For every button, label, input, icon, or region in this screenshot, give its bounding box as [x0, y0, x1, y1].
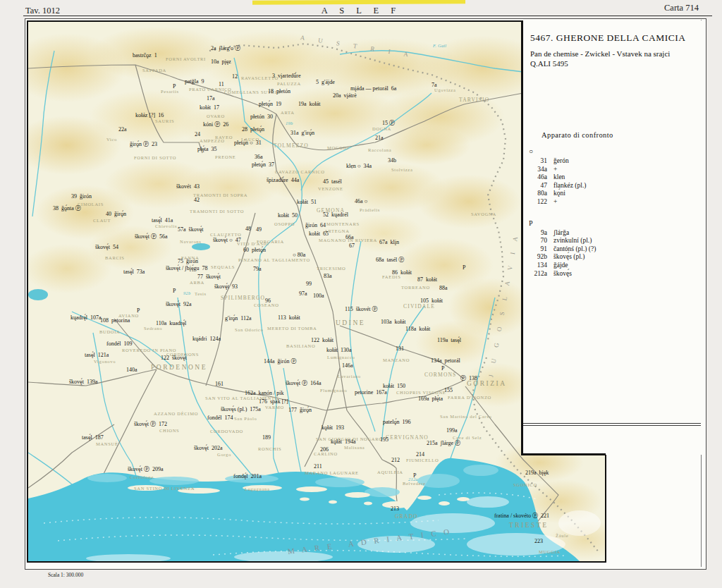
map-point-label: 189 — [262, 434, 271, 441]
map-point-label: škovę́t Ⓟ 56a — [135, 233, 167, 240]
map-point-label: 57a škovę́t — [178, 226, 203, 233]
map-point-label: P — [137, 307, 140, 314]
header-rule — [23, 16, 712, 16]
map-point-label: g'irǫ́n 112a — [225, 315, 252, 321]
apparato-item-number: 212a — [530, 270, 547, 278]
map-point-label: fondél 109 — [106, 341, 132, 347]
town-label: SPILIMBERGO — [221, 295, 265, 301]
apparato-item-number: 92b — [530, 253, 547, 262]
town-label: FORGARIA — [257, 239, 284, 244]
map-point-label: škovét 43 — [176, 183, 200, 190]
map-point-label: Ⓟ 138 — [460, 374, 477, 382]
scan-highlight-mark — [252, 0, 465, 5]
apparato-item: 212aškovę́s — [530, 270, 697, 278]
map-point-label: 206 — [320, 446, 329, 453]
map-point-label: 177 ǧirǫ́n — [288, 407, 312, 413]
carta-number: Carta 714 — [664, 3, 699, 13]
apparato-item-word: škovę́s (pl.) — [553, 253, 585, 262]
town-label: OVARO — [207, 114, 225, 118]
map-point-label: 223 — [534, 538, 543, 544]
map-point-label: P — [173, 288, 176, 294]
map-point-label: 3 vįartedū́re — [272, 73, 300, 79]
town-label: BUDOIA — [99, 329, 120, 334]
town-label: FORNI DI SOTTO — [134, 155, 176, 160]
town-label: Žáule — [556, 533, 568, 538]
town-label: TRIESTE — [509, 522, 549, 529]
town-label: F. Gail — [433, 43, 446, 48]
apparato-item-number: 31 — [530, 157, 547, 166]
map-point-label: 46a ○ — [355, 198, 367, 204]
map-point-label: 75 ǧirón — [178, 258, 198, 264]
town-label: CHIONS — [159, 428, 179, 433]
apparato-item: 91čantónś (pl.) (?) — [530, 245, 697, 254]
town-label: SAN STINO DI LIVENZA — [134, 486, 195, 491]
town-label: CLAUT — [93, 218, 111, 223]
map-point-label: 176 spak [?] — [259, 398, 288, 405]
town-label: San Odorico — [235, 327, 263, 332]
town-label: CERVIGNANO — [386, 434, 429, 441]
apparato-item: 92bškovę́s (pl.) — [530, 253, 697, 262]
town-label: CIVIDALE — [403, 303, 435, 310]
map-panel-divider-horizontal — [521, 453, 606, 455]
map-point-label: 161 — [215, 381, 224, 387]
town-label: DOGNA — [372, 126, 391, 131]
map-point-label: 212 — [391, 457, 400, 463]
legend-panel: 5467. GHERONE DELLA CAMICIA Pan de chemi… — [530, 32, 699, 68]
apparato-item-number: 46a — [530, 173, 547, 182]
map-point-label: 87 kołát — [417, 276, 437, 283]
town-label: Ugovizza — [434, 87, 456, 92]
map-point-label: płetǫ́n 37 — [252, 161, 274, 168]
map-point-label: 40 ǧirǫ́n — [106, 211, 126, 217]
map-point-label: 22a — [118, 126, 127, 133]
map-point-label: 131 — [396, 345, 404, 352]
town-label: SGONICO — [513, 482, 537, 487]
town-label: MONTENARS — [326, 221, 360, 226]
town-label: ARTA — [281, 110, 295, 115]
map-point-label: 5 g'ájde — [316, 79, 335, 85]
town-label: CAVAZZO CARNICO — [275, 169, 325, 174]
map-point-label: 15 Ⓟ — [382, 119, 395, 127]
map-point-label: kołát 150 — [383, 383, 405, 389]
map-subtitle: Pan de chemise - Zwickel - Vstavek na sr… — [530, 49, 699, 58]
map-point-label: 79a — [253, 266, 262, 272]
map-point-label: 36a — [255, 154, 263, 160]
town-label: BASILIANO — [286, 343, 315, 348]
map-point-label: 11 — [219, 81, 224, 87]
town-label: UDINE — [336, 319, 365, 326]
map-point-label: 45 tasél — [323, 178, 342, 185]
town-label: AZZANO DÈCIMO — [154, 411, 198, 416]
town-label: COMEGLIANS — [224, 90, 259, 94]
town-label: Corbolone — [130, 474, 154, 479]
map-point-label: 105 kołát — [420, 298, 443, 304]
town-label: MANZANO — [383, 357, 410, 362]
map-point-label: P — [413, 472, 416, 479]
map-point-label: 169a płę́ta — [418, 396, 443, 402]
map-point-label: 134a petorál — [431, 357, 460, 364]
map-point-label: kołát 51 — [297, 199, 317, 205]
map-point-label: 77 škovę́t — [197, 274, 221, 280]
map-point-label: 110a kuadrę́l — [156, 320, 186, 326]
map-point-label: fondę́l 201a — [233, 473, 262, 479]
map-point-label: 66a — [345, 234, 354, 240]
town-label: PREONE — [215, 154, 235, 159]
map-point-label: P — [441, 365, 444, 372]
map-point-label: špizadū́re 44a — [267, 177, 299, 183]
map-point-label: škovę́t 139a — [69, 379, 97, 385]
map-point-label: 42 — [194, 197, 200, 203]
town-label: SAURIS — [155, 118, 174, 123]
map-point-label: 146a — [342, 362, 353, 369]
town-label: FORNI AVOLTRI — [166, 56, 206, 61]
town-label: FIUMICELLO — [406, 458, 439, 463]
map-point-label: 83a — [324, 273, 332, 279]
map-point-label: 48 — [245, 226, 251, 232]
map-point-label: 96 — [265, 298, 271, 304]
town-label: Chievolis — [155, 223, 177, 228]
map-point-label: 162a kanón / pik — [245, 390, 284, 396]
map-point-label: 118a kołát — [405, 326, 430, 332]
map-point-label: škovę́t 92a — [166, 301, 191, 307]
town-label: San Páolo — [234, 416, 257, 421]
apparato-item-word: ǧerón — [553, 157, 569, 166]
map-point-label: kołát 65 — [309, 231, 329, 237]
town-label: Pesariis — [161, 89, 179, 94]
map-point-label: 122 kołát — [311, 337, 334, 343]
